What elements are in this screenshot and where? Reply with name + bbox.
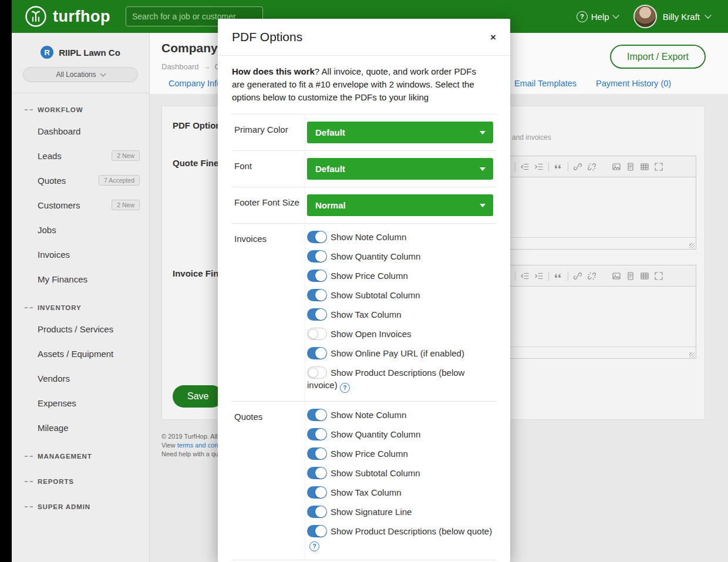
sidebar-item-badge: 2 New	[112, 150, 140, 161]
table-icon[interactable]	[640, 271, 649, 281]
toggle-switch[interactable]	[307, 231, 327, 243]
toggle-row: Show Subtotal Column	[307, 467, 496, 479]
toggle-switch[interactable]	[307, 486, 327, 499]
blockquote-icon[interactable]	[554, 162, 563, 171]
sidebar-item-dashboard[interactable]: Dashboard	[12, 119, 149, 143]
user-menu[interactable]: Billy Kraft	[663, 12, 700, 22]
toggle-row: Show Tax Column	[307, 486, 496, 499]
toggle-label: Show Quantity Column	[331, 429, 420, 439]
page-icon[interactable]	[626, 162, 635, 171]
fullscreen-icon[interactable]	[654, 271, 663, 281]
sidebar-section-header[interactable]: INVENTORY	[12, 299, 149, 317]
outdent-icon[interactable]	[520, 162, 530, 171]
outdent-icon[interactable]	[520, 271, 530, 281]
modal-form-row: Primary ColorDefault	[232, 114, 496, 150]
save-button[interactable]: Save	[173, 385, 223, 408]
toggle-switch[interactable]	[307, 250, 327, 263]
import-export-button[interactable]: Import / Export	[610, 45, 706, 69]
close-icon[interactable]: ×	[490, 32, 496, 42]
toggle-switch[interactable]	[307, 308, 327, 321]
section-dash-icon	[25, 506, 33, 507]
toggle-switch[interactable]	[307, 289, 327, 301]
toggle-switch[interactable]	[307, 467, 327, 479]
toggle-switch[interactable]	[307, 428, 327, 440]
hint-text: and invoices	[512, 133, 551, 142]
field-label: Font	[232, 151, 305, 187]
toggle-knob	[315, 448, 326, 459]
sidebar-item-vendors[interactable]: Vendors	[12, 366, 149, 391]
caret-down-icon	[480, 204, 486, 207]
location-selector[interactable]: All Locations	[23, 67, 138, 82]
sidebar-item-badge: 7 Accepted	[99, 175, 140, 186]
toggle-label: Show Price Column	[331, 449, 408, 459]
toggle-row: Show Quantity Column	[307, 428, 496, 440]
toggle-label: Show Tax Column	[331, 309, 402, 319]
image-icon[interactable]	[612, 162, 621, 171]
sidebar-item-products-services[interactable]: Products / Services	[12, 317, 149, 341]
sidebar-item-quotes[interactable]: Quotes7 Accepted	[12, 168, 149, 193]
toggle-switch[interactable]	[307, 347, 327, 359]
sidebar-item-mileage[interactable]: Mileage	[12, 415, 149, 440]
toggle-switch[interactable]	[307, 328, 327, 340]
fullscreen-icon[interactable]	[654, 162, 663, 171]
unlink-icon[interactable]	[587, 271, 596, 281]
help-menu[interactable]: Help	[591, 12, 609, 22]
toggle-knob	[315, 467, 326, 479]
sidebar-item-label: Quotes	[38, 176, 66, 186]
toggle-switch[interactable]	[307, 525, 327, 537]
link-icon[interactable]	[573, 271, 582, 281]
sidebar-item-invoices[interactable]: Invoices	[12, 242, 149, 267]
sidebar-item-my-finances[interactable]: My Finances	[12, 267, 149, 291]
primary-color-select[interactable]: Default	[307, 122, 493, 143]
toggle-switch[interactable]	[307, 366, 327, 379]
tab-payment-history[interactable]: Payment History (0)	[596, 79, 671, 88]
toggle-switch[interactable]	[307, 270, 327, 282]
tab-company-info[interactable]: Company Info	[168, 79, 221, 88]
sidebar-section-header[interactable]: SUPER ADMIN	[12, 498, 149, 516]
help-icon[interactable]: ?	[340, 383, 350, 393]
sidebar-section-header[interactable]: WORKFLOW	[12, 101, 149, 119]
section-dash-icon	[25, 109, 33, 110]
indent-icon[interactable]	[534, 271, 544, 281]
toggle-switch[interactable]	[307, 409, 327, 421]
link-icon[interactable]	[573, 162, 582, 171]
sidebar-item-leads[interactable]: Leads2 New	[12, 143, 149, 168]
chevron-down-icon	[705, 12, 711, 18]
sidebar-section-header[interactable]: REPORTS	[12, 473, 149, 490]
resize-handle-icon[interactable]	[689, 352, 695, 358]
tab-email-templates[interactable]: Email Templates	[514, 79, 577, 88]
sidebar-section: INVENTORYProducts / ServicesAssets / Equ…	[12, 299, 149, 440]
toggle-switch[interactable]	[307, 447, 327, 460]
font-select[interactable]: Default	[307, 158, 493, 180]
toggle-label: Show Tax Column	[331, 487, 402, 497]
blockquote-icon[interactable]	[554, 271, 563, 281]
page-icon[interactable]	[626, 271, 635, 281]
toggle-label: Show Product Descriptions (below invoice…	[307, 368, 464, 390]
topbar-right: ? Help Billy Kraft	[577, 5, 710, 28]
help-icon[interactable]: ?	[309, 541, 319, 551]
avatar[interactable]	[633, 5, 657, 28]
company-selector[interactable]: R RIIPL Lawn Co	[12, 33, 149, 59]
sidebar-item-label: Customers	[38, 200, 80, 210]
field-label: Primary Color	[232, 115, 305, 150]
resize-handle-icon[interactable]	[689, 243, 695, 248]
toolbar-separator-icon	[548, 271, 549, 281]
toolbar-separator-icon	[568, 271, 568, 281]
sidebar-item-label: My Finances	[38, 274, 87, 284]
sidebar-item-customers[interactable]: Customers2 New	[12, 193, 149, 217]
turfhop-logo[interactable]: turfhop	[25, 5, 110, 28]
unlink-icon[interactable]	[587, 162, 596, 171]
footer-font-size-select[interactable]: Normal	[307, 194, 493, 216]
breadcrumb-dashboard[interactable]: Dashboard	[161, 62, 199, 71]
image-icon[interactable]	[612, 271, 621, 281]
table-icon[interactable]	[640, 162, 649, 171]
sidebar-item-assets-equipment[interactable]: Assets / Equipment	[12, 341, 149, 366]
sidebar-item-expenses[interactable]: Expenses	[12, 391, 149, 415]
sidebar-item-jobs[interactable]: Jobs	[12, 217, 149, 242]
breadcrumb-arrow-icon: →	[203, 62, 211, 71]
sidebar-section-header[interactable]: MANAGEMENT	[12, 447, 149, 465]
toggle-row: Show Quantity Column	[307, 250, 496, 263]
toggle-switch[interactable]	[307, 506, 327, 518]
indent-icon[interactable]	[534, 162, 544, 171]
caret-down-icon	[480, 167, 486, 171]
